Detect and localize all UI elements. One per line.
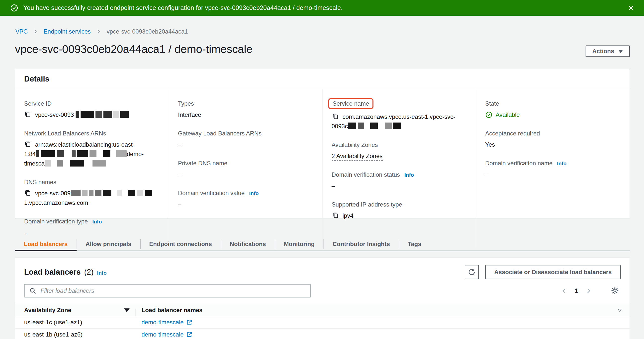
- tab-tags[interactable]: Tags: [399, 237, 430, 251]
- copy-icon[interactable]: [332, 212, 339, 219]
- flashbar-message: You have successfully created endpoint s…: [23, 4, 343, 11]
- copy-icon[interactable]: [332, 113, 339, 120]
- sort-descending-icon[interactable]: [124, 309, 130, 312]
- field-state: State Available: [485, 100, 621, 120]
- field-label: Network Load Balancers ARNs: [24, 130, 160, 137]
- field-label: Supported IP address type: [332, 201, 467, 208]
- chevron-right-icon: [585, 287, 592, 294]
- info-link[interactable]: Info: [97, 270, 106, 276]
- gear-icon: [611, 287, 619, 295]
- pagination: 1: [559, 285, 621, 297]
- pagination-prev-button[interactable]: [559, 286, 569, 296]
- field-value: –: [178, 170, 314, 179]
- service-name-line1: com.amazonaws.vpce.us-east-1.vpce-svc-: [343, 113, 456, 120]
- availability-zones-popover-link[interactable]: 2 Availability Zones: [332, 153, 383, 161]
- field-domain-verification-name: Domain verification name Info –: [485, 160, 621, 179]
- field-availability-zones: Availability Zones 2 Availability Zones: [332, 141, 467, 161]
- success-check-icon: [10, 4, 18, 12]
- table-row[interactable]: us-east-1b (use1-az6) demo-timescale: [15, 329, 630, 339]
- refresh-button[interactable]: [465, 265, 479, 279]
- copy-icon[interactable]: [24, 189, 32, 197]
- flashbar-close-button[interactable]: [626, 3, 636, 12]
- service-name-annotation-box: Service name: [328, 98, 374, 109]
- lb-count: (2): [84, 268, 94, 277]
- column-header-availability-zone[interactable]: Availability Zone: [24, 307, 71, 314]
- field-label: Service name: [333, 100, 369, 107]
- refresh-icon: [468, 268, 476, 276]
- nlb-arn-line1: arn:aws:elasticloadbalancing:us-east-: [35, 141, 134, 148]
- table-header-row: Availability Zone Load balancer names: [15, 304, 630, 316]
- service-name-line2: 0093c: [332, 123, 348, 129]
- details-header: Details: [15, 69, 630, 89]
- field-value: –: [332, 181, 467, 191]
- field-acceptance-required: Acceptance required Yes: [485, 130, 621, 149]
- field-value: –: [24, 228, 160, 237]
- details-column-4: State Available Acceptance required Yes …: [476, 89, 630, 248]
- toolbar-divider: [602, 286, 602, 296]
- breadcrumb-endpoint-services-link[interactable]: Endpoint services: [44, 28, 90, 35]
- state-value: Available: [496, 110, 520, 120]
- tab-monitoring[interactable]: Monitoring: [275, 237, 324, 251]
- nlb-arn-line3: timesca: [24, 160, 45, 167]
- load-balancer-link[interactable]: demo-timescale: [142, 331, 192, 338]
- copy-icon[interactable]: [24, 141, 32, 148]
- field-domain-verification-type: Domain verification type Info –: [24, 218, 160, 237]
- dns-line2: 1.vpce.amazonaws.com: [24, 199, 88, 206]
- field-label: Domain verification status: [332, 171, 400, 178]
- field-label: Gateway Load Balancers ARNs: [178, 130, 314, 137]
- copy-icon[interactable]: [24, 111, 32, 118]
- details-panel: Details Service ID vpce-svc-0093 Network…: [15, 69, 630, 218]
- details-column-1: Service ID vpce-svc-0093 Network Load Ba…: [15, 89, 169, 248]
- breadcrumb-current: vpce-svc-0093c0eb20a44aca1: [107, 28, 188, 35]
- az-cell: us-east-1b (use1-az6): [24, 331, 82, 338]
- tab-endpoint-connections[interactable]: Endpoint connections: [140, 237, 221, 251]
- details-grid: Service ID vpce-svc-0093 Network Load Ba…: [15, 89, 630, 218]
- table-settings-button[interactable]: [609, 285, 621, 297]
- redacted-value: [70, 190, 152, 196]
- breadcrumb-vpc-link[interactable]: VPC: [16, 28, 28, 35]
- field-label: Types: [178, 100, 314, 107]
- chevron-left-icon: [561, 287, 568, 294]
- field-private-dns-name: Private DNS name –: [178, 160, 314, 179]
- info-link[interactable]: Info: [92, 219, 102, 225]
- info-link[interactable]: Info: [404, 172, 414, 178]
- associate-disassociate-button[interactable]: Associate or Disassociate load balancers: [485, 265, 621, 279]
- tab-load-balancers[interactable]: Load balancers: [15, 237, 76, 251]
- pagination-next-button[interactable]: [584, 286, 594, 296]
- external-link-icon: [186, 331, 192, 338]
- load-balancer-link-label: demo-timescale: [142, 319, 184, 326]
- lb-heading: Load balancers: [24, 268, 80, 277]
- status-available-icon: [485, 111, 492, 119]
- load-balancers-table: Availability Zone Load balancer names us…: [15, 304, 630, 339]
- load-balancer-link[interactable]: demo-timescale: [142, 319, 192, 326]
- service-id-value: vpce-svc-0093: [35, 111, 74, 118]
- breadcrumb-chevron-icon: [96, 28, 102, 34]
- tab-contributor-insights[interactable]: Contributor Insights: [324, 237, 399, 251]
- load-balancer-link-label: demo-timescale: [142, 331, 184, 338]
- actions-button[interactable]: Actions: [586, 45, 630, 57]
- details-column-3: Service name com.amazonaws.vpce.us-east-…: [322, 89, 476, 248]
- field-value: Yes: [485, 140, 621, 149]
- close-icon: [627, 4, 635, 12]
- field-label: Domain verification value: [178, 190, 245, 197]
- filter-input-wrapper: [24, 284, 311, 298]
- nlb-arn-line2: 1:84: [24, 151, 36, 157]
- supported-ip-value: ipv4: [343, 212, 354, 219]
- pagination-current-page[interactable]: 1: [575, 287, 578, 295]
- dns-line1: vpce-svc-009: [35, 190, 70, 197]
- field-label: Domain verification type: [24, 218, 88, 225]
- tab-allow-principals[interactable]: Allow principals: [76, 237, 140, 251]
- field-label: State: [485, 100, 621, 107]
- field-label: Service ID: [24, 100, 160, 107]
- info-link[interactable]: Info: [557, 161, 566, 167]
- table-row[interactable]: us-east-1c (use1-az1) demo-timescale: [15, 316, 630, 329]
- details-heading: Details: [24, 74, 50, 83]
- column-header-load-balancer-names[interactable]: Load balancer names: [142, 307, 202, 314]
- tab-notifications[interactable]: Notifications: [221, 237, 275, 251]
- field-gateway-lb-arns: Gateway Load Balancers ARNs –: [178, 130, 314, 149]
- info-link[interactable]: Info: [249, 190, 258, 196]
- field-types: Types Interface: [178, 100, 314, 120]
- column-filter-icon[interactable]: [616, 307, 623, 314]
- filter-load-balancers-input[interactable]: [40, 287, 306, 294]
- redacted-value: [348, 122, 401, 129]
